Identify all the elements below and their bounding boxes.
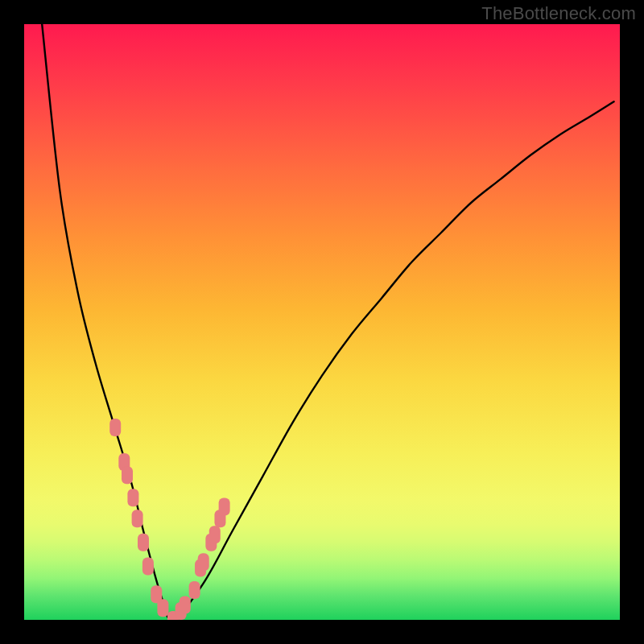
plot-area [24, 24, 620, 620]
marker [138, 534, 149, 551]
marker [198, 553, 209, 571]
marker [109, 419, 121, 436]
marker [189, 581, 200, 599]
watermark-text: TheBottleneck.com [481, 3, 636, 24]
marker [127, 489, 138, 506]
marker [122, 466, 133, 484]
bottleneck-curve [42, 24, 613, 620]
highlighted-points [109, 419, 229, 620]
marker [180, 597, 191, 614]
marker [209, 526, 221, 543]
marker [157, 599, 168, 617]
marker [132, 510, 143, 527]
bottleneck-curve-svg [24, 24, 620, 620]
chart-frame: TheBottleneck.com [0, 0, 644, 644]
marker [142, 557, 154, 575]
marker [219, 497, 230, 515]
